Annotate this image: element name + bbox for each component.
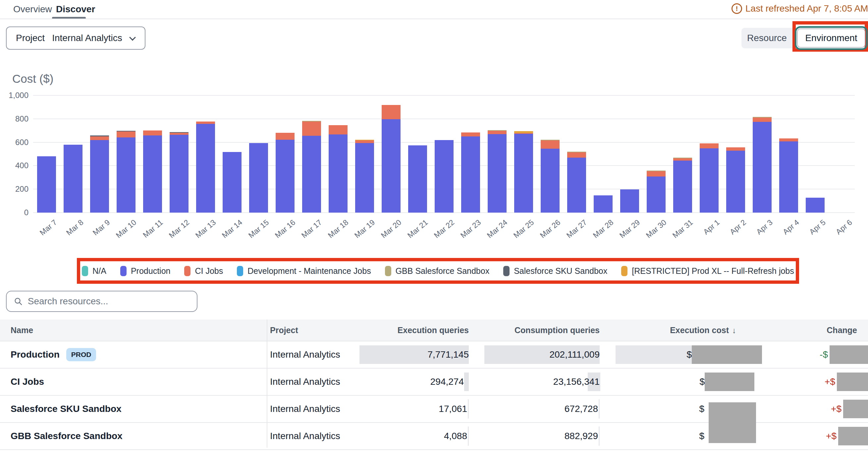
bar-segment-production[interactable] — [64, 145, 83, 213]
bar-segment-production[interactable] — [169, 135, 188, 213]
bar-segment-production[interactable] — [700, 148, 719, 213]
bar-mar-19[interactable]: Mar 19 — [351, 95, 378, 213]
bar-segment-production[interactable] — [647, 176, 665, 213]
bar-segment-ci-jobs[interactable] — [541, 140, 560, 149]
bar-segment-production[interactable] — [143, 135, 162, 213]
bar-apr-5[interactable]: Apr 5 — [802, 95, 828, 213]
bar-mar-13[interactable]: Mar 13 — [192, 95, 219, 213]
bar-segment-ci-jobs[interactable] — [143, 130, 162, 135]
bar-segment-production[interactable] — [594, 195, 613, 213]
bar-segment-ci-jobs[interactable] — [382, 105, 401, 119]
bar-segment-production[interactable] — [355, 143, 374, 213]
bar-segment-ci-jobs[interactable] — [700, 143, 719, 148]
bar-segment-production[interactable] — [90, 140, 109, 213]
bar-mar-30[interactable]: Mar 30 — [643, 95, 669, 213]
bar-apr-4[interactable]: Apr 4 — [775, 95, 802, 213]
table-row-ci-jobs[interactable]: CI JobsInternal Analytics294,27423,156,3… — [0, 368, 868, 395]
bar-segment-ci-jobs[interactable] — [567, 152, 586, 158]
bar-segment-ci-jobs[interactable] — [726, 147, 745, 151]
bar-segment-production[interactable] — [435, 140, 454, 213]
bar-segment-ci-jobs[interactable] — [302, 122, 321, 136]
bar-apr-3[interactable]: Apr 3 — [749, 95, 775, 213]
bar-segment-production[interactable] — [567, 158, 586, 213]
bar-mar-25[interactable]: Mar 25 — [510, 95, 537, 213]
bar-segment-production[interactable] — [726, 151, 745, 213]
column-header-name[interactable]: Name — [0, 320, 267, 341]
bar-segment-production[interactable] — [117, 137, 135, 213]
column-header-execution-cost[interactable]: Execution cost↓ — [600, 320, 762, 341]
column-header-execution-queries[interactable]: Execution queries — [360, 320, 469, 341]
bar-segment-production[interactable] — [779, 141, 798, 213]
bar-mar-21[interactable]: Mar 21 — [404, 95, 431, 213]
bar-segment-production[interactable] — [488, 134, 506, 213]
bar-mar-27[interactable]: Mar 27 — [563, 95, 590, 213]
bar-mar-15[interactable]: Mar 15 — [245, 95, 272, 213]
bar-segment-production[interactable] — [514, 134, 533, 213]
bar-segment-production[interactable] — [223, 152, 242, 213]
bar-segment-ci-jobs[interactable] — [196, 122, 215, 124]
bar-mar-22[interactable]: Mar 22 — [431, 95, 457, 213]
bar-segment-production[interactable] — [302, 136, 321, 213]
search-input[interactable] — [28, 296, 189, 307]
legend-item-gbb-salesforce-sandbox[interactable]: GBB Salesforce Sandbox — [385, 266, 490, 276]
legend-item-ci-jobs[interactable]: CI Jobs — [184, 266, 223, 276]
bar-segment-production[interactable] — [249, 143, 268, 213]
column-header-change[interactable]: Change — [762, 320, 868, 341]
legend-item-development-maintenance-jobs[interactable]: Development - Maintenance Jobs — [237, 266, 371, 276]
bar-mar-8[interactable]: Mar 8 — [60, 95, 86, 213]
bar-segment-production[interactable] — [620, 189, 639, 213]
legend-item--restricted-prod-xl-full-refresh-jobs[interactable]: [RESTRICTED] Prod XL -- Full-Refresh job… — [621, 266, 794, 276]
bar-mar-28[interactable]: Mar 28 — [590, 95, 616, 213]
bar-mar-17[interactable]: Mar 17 — [298, 95, 325, 213]
bar-segment-ci-jobs[interactable] — [647, 171, 665, 176]
table-row-production[interactable]: ProductionPRODInternal Analytics7,771,14… — [0, 341, 868, 368]
bar-segment-production[interactable] — [673, 161, 692, 213]
search-box[interactable] — [6, 291, 197, 312]
bar-segment-production[interactable] — [276, 140, 294, 213]
bar-mar-10[interactable]: Mar 10 — [113, 95, 139, 213]
bar-mar-7[interactable]: Mar 7 — [33, 95, 60, 213]
bar-segment-ci-jobs[interactable] — [117, 131, 135, 137]
bar-segment-ci-jobs[interactable] — [329, 125, 347, 134]
bar-segment-production[interactable] — [408, 146, 427, 213]
environment-toggle-button[interactable]: Environment — [797, 29, 865, 48]
bar-segment-production[interactable] — [196, 124, 215, 213]
bar-mar-20[interactable]: Mar 20 — [378, 95, 404, 213]
bar-segment-production[interactable] — [461, 136, 480, 213]
legend-item-n-a[interactable]: N/A — [82, 266, 106, 276]
bar-mar-26[interactable]: Mar 26 — [537, 95, 563, 213]
bar-mar-23[interactable]: Mar 23 — [457, 95, 484, 213]
bar-segment-ci-jobs[interactable] — [90, 136, 109, 140]
bar-mar-31[interactable]: Mar 31 — [669, 95, 696, 213]
bar-apr-1[interactable]: Apr 1 — [696, 95, 722, 213]
column-header-consumption-queries[interactable]: Consumption queries — [469, 320, 600, 341]
resource-toggle-button[interactable]: Resource — [741, 28, 793, 49]
bar-mar-14[interactable]: Mar 14 — [219, 95, 245, 213]
bar-mar-12[interactable]: Mar 12 — [166, 95, 192, 213]
bar-segment-ci-jobs[interactable] — [488, 131, 506, 134]
bar-mar-9[interactable]: Mar 9 — [86, 95, 113, 213]
bar-segment-production[interactable] — [753, 122, 772, 213]
bar-segment-production[interactable] — [806, 198, 825, 213]
tab-discover[interactable]: Discover — [56, 4, 95, 14]
legend-item-production[interactable]: Production — [120, 266, 170, 276]
bar-segment-ci-jobs[interactable] — [753, 118, 772, 122]
bar-apr-2[interactable]: Apr 2 — [722, 95, 749, 213]
bar-segment-ci-jobs[interactable] — [276, 133, 294, 140]
column-header-project[interactable]: Project — [267, 320, 360, 341]
project-filter-dropdown[interactable]: Project Internal Analytics — [6, 27, 146, 50]
bar-apr-6[interactable]: Apr 6 — [828, 95, 855, 213]
bar-mar-29[interactable]: Mar 29 — [616, 95, 643, 213]
bar-segment-ci-jobs[interactable] — [779, 138, 798, 141]
bar-segment-ci-jobs[interactable] — [673, 158, 692, 161]
legend-item-salesforce-sku-sandbox[interactable]: Salesforce SKU Sandbox — [503, 266, 607, 276]
bar-segment-production[interactable] — [37, 156, 56, 213]
bar-mar-11[interactable]: Mar 11 — [139, 95, 166, 213]
bar-mar-16[interactable]: Mar 16 — [272, 95, 298, 213]
bar-mar-24[interactable]: Mar 24 — [484, 95, 510, 213]
bar-segment-production[interactable] — [329, 134, 347, 213]
tab-overview[interactable]: Overview — [13, 4, 52, 14]
bar-segment-ci-jobs[interactable] — [461, 132, 480, 136]
bar-segment-production[interactable] — [541, 149, 560, 213]
bar-segment-ci-jobs[interactable] — [355, 140, 374, 143]
